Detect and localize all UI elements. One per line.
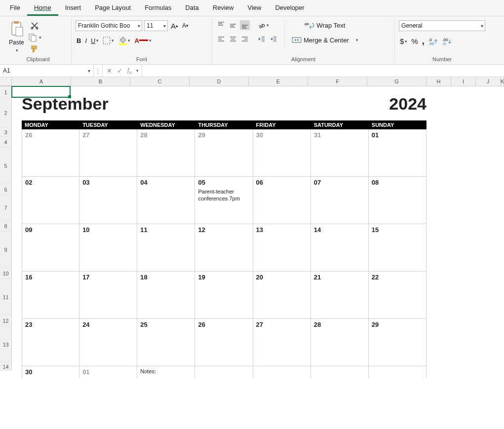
tab-file[interactable]: File	[3, 1, 27, 16]
paste-dropdown-icon[interactable]: ▾	[16, 48, 18, 53]
tab-home[interactable]: Home	[27, 1, 58, 16]
row-header[interactable]: 1	[0, 86, 12, 98]
row-header[interactable]: 12	[0, 315, 12, 326]
row-header[interactable]: 6	[0, 184, 12, 195]
calendar-day-cell[interactable]: 28	[137, 129, 195, 177]
calendar-day-cell[interactable]: 29	[195, 129, 253, 177]
decrease-decimal-button[interactable]: .00.0	[441, 37, 453, 46]
column-headers[interactable]: A B C D E F G H I J K	[0, 77, 504, 86]
tab-page-layout[interactable]: Page Layout	[88, 1, 138, 16]
accounting-format-button[interactable]: $▾	[399, 36, 408, 46]
row-headers[interactable]: 1234567891011121314	[0, 86, 12, 371]
calendar-day-cell[interactable]: 09	[22, 224, 79, 272]
col-header[interactable]: K	[501, 77, 504, 86]
col-header[interactable]: C	[130, 77, 190, 86]
row-header[interactable]: 8	[0, 221, 12, 232]
align-left-button[interactable]	[216, 34, 226, 44]
col-header[interactable]: H	[426, 77, 451, 86]
calendar-day-cell[interactable]: 03	[79, 177, 137, 224]
calendar-day-cell[interactable]: 07	[311, 177, 369, 224]
wrap-text-button[interactable]: ab Wrap Text	[291, 20, 359, 30]
calendar-day-cell[interactable]: 24	[79, 319, 137, 366]
row-header[interactable]: 9	[0, 232, 12, 268]
calendar-day-cell[interactable]: 02	[22, 177, 79, 224]
calendar-day-cell[interactable]	[253, 366, 311, 378]
calendar-day-cell[interactable]: 19	[195, 272, 253, 319]
increase-decimal-button[interactable]: .0.00	[427, 37, 439, 46]
bold-button[interactable]: B	[76, 36, 82, 45]
calendar-day-cell[interactable]: 15	[369, 224, 426, 272]
col-header[interactable]: G	[367, 77, 426, 86]
cut-button[interactable]	[27, 20, 42, 31]
col-header[interactable]: I	[451, 77, 476, 86]
percent-format-button[interactable]: %	[410, 36, 419, 46]
worksheet[interactable]: 1234567891011121314 September 2024 MONDA…	[0, 86, 504, 371]
copy-button[interactable]: ▾	[27, 32, 42, 43]
comma-format-button[interactable]: ,	[421, 35, 426, 47]
calendar-day-cell[interactable]: 25	[137, 319, 195, 366]
row-header[interactable]: 4	[0, 137, 12, 148]
cancel-formula-button[interactable]: ✕	[106, 66, 113, 76]
calendar-day-cell[interactable]: 13	[253, 224, 311, 272]
number-format-combo[interactable]: General	[399, 20, 485, 31]
font-size-combo[interactable]: 11	[144, 20, 168, 31]
row-header[interactable]: 11	[0, 279, 12, 315]
increase-indent-button[interactable]	[269, 34, 278, 44]
paste-button[interactable]: Paste ▾	[9, 20, 24, 53]
font-name-combo[interactable]: Franklin Gothic Boo	[76, 20, 142, 31]
calendar-day-cell[interactable]: 22	[369, 272, 426, 319]
font-color-button[interactable]: A▾	[133, 36, 152, 45]
borders-button[interactable]: ▾	[102, 36, 115, 45]
calendar-day-cell[interactable]: 10	[79, 224, 137, 272]
tab-insert[interactable]: Insert	[58, 1, 88, 16]
calendar-notes-cell[interactable]: Notes:	[137, 366, 195, 378]
calendar-day-cell[interactable]: 12	[195, 224, 253, 272]
calendar-day-cell[interactable]: 11	[137, 224, 195, 272]
col-header[interactable]: A	[12, 77, 71, 86]
align-top-button[interactable]	[216, 20, 226, 30]
calendar-day-cell[interactable]: 01	[369, 129, 426, 177]
calendar-day-cell[interactable]	[369, 366, 426, 378]
row-header[interactable]: 2	[0, 98, 12, 128]
col-header[interactable]: F	[308, 77, 367, 86]
insert-function-button[interactable]: fx	[126, 65, 132, 76]
calendar-day-cell[interactable]	[311, 366, 369, 378]
calendar-day-cell[interactable]: 04	[137, 177, 195, 224]
tab-review[interactable]: Review	[206, 1, 241, 16]
grow-font-button[interactable]: A▴	[170, 21, 179, 31]
align-right-button[interactable]	[240, 34, 250, 44]
tab-data[interactable]: Data	[178, 1, 205, 16]
name-box[interactable]: A1	[0, 65, 94, 77]
chevron-down-icon[interactable]: ▾	[136, 68, 139, 73]
align-bottom-button[interactable]	[240, 20, 250, 30]
italic-button[interactable]: I	[84, 36, 88, 45]
calendar-day-cell[interactable]: 14	[311, 224, 369, 272]
format-painter-button[interactable]	[27, 44, 42, 55]
decrease-indent-button[interactable]	[257, 34, 267, 44]
select-all-corner[interactable]	[0, 77, 12, 86]
calendar-day-cell[interactable]: 20	[253, 272, 311, 319]
row-header[interactable]: 3	[0, 128, 12, 137]
tab-developer[interactable]: Developer	[268, 1, 311, 16]
col-header[interactable]: J	[476, 77, 501, 86]
merge-center-button[interactable]: Merge & Center ▾	[291, 35, 359, 45]
calendar-day-cell[interactable]: 26	[22, 129, 79, 177]
calendar-day-cell[interactable]: 23	[22, 319, 79, 366]
calendar-day-cell[interactable]: 30	[253, 129, 311, 177]
col-header[interactable]: B	[71, 77, 130, 86]
calendar-day-cell[interactable]: 31	[311, 129, 369, 177]
calendar-day-cell[interactable]: 05Parent-teacher conferences 7pm	[195, 177, 253, 224]
orientation-button[interactable]: ab▾	[257, 20, 270, 30]
row-header[interactable]: 5	[0, 148, 12, 184]
align-middle-button[interactable]	[228, 20, 238, 30]
calendar-day-cell[interactable]: 29	[369, 319, 426, 366]
calendar-day-cell[interactable]: 18	[137, 272, 195, 319]
formula-input[interactable]	[142, 65, 504, 77]
col-header[interactable]: D	[190, 77, 249, 86]
tab-formulas[interactable]: Formulas	[138, 1, 178, 16]
calendar-day-cell[interactable]: 27	[79, 129, 137, 177]
align-center-button[interactable]	[228, 34, 238, 44]
calendar-day-cell[interactable]: 26	[195, 319, 253, 366]
col-header[interactable]: E	[249, 77, 308, 86]
row-header[interactable]: 7	[0, 195, 12, 221]
